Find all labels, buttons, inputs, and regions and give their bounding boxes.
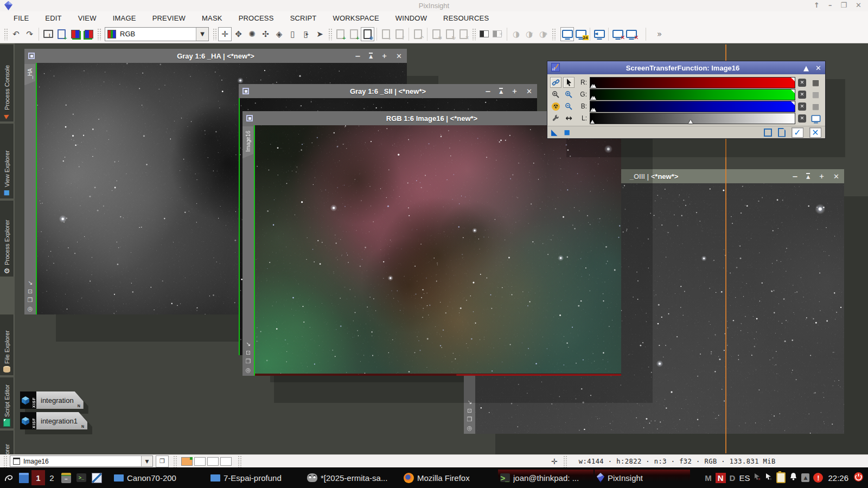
editor-launcher-icon[interactable] (90, 471, 103, 485)
apply-stf-button[interactable]: ◄ (592, 27, 606, 41)
eject-tray-icon[interactable]: ▲ (801, 473, 809, 482)
undo-button[interactable]: ↶ (9, 27, 23, 41)
shrink-window-button[interactable]: ✣ (259, 27, 272, 41)
reset-process-icon[interactable]: ↻ (443, 27, 457, 41)
shadows-highlights-mode-icon[interactable]: ↔ (563, 113, 575, 124)
green-pattern-icon[interactable]: ▦ (810, 89, 821, 100)
notification-bell-icon[interactable] (789, 472, 797, 483)
chevron-down-icon[interactable]: ▼ (141, 456, 152, 466)
zoom-icon[interactable]: ＋ (381, 51, 388, 61)
zoom-fit-icon[interactable]: ⊡ (28, 288, 33, 294)
window-icon[interactable] (242, 88, 249, 94)
menu-view[interactable]: VIEW (70, 14, 105, 22)
zoom-fit-icon[interactable]: ⊡ (246, 350, 251, 356)
show-desktop-icon[interactable] (17, 471, 30, 485)
menu-process[interactable]: PROCESS (231, 14, 282, 22)
load-process-icon[interactable]: ↓ (379, 27, 393, 41)
process-settings-icon[interactable]: ✱ (430, 27, 443, 41)
stf-stop-icon[interactable]: ■ (564, 129, 570, 136)
reset-red-button[interactable]: ✕ (798, 79, 806, 87)
edit-mode-button[interactable] (563, 77, 575, 88)
minimized-window-integration1[interactable]: XISF integration1 N (20, 412, 87, 429)
revert-process-icon[interactable]: ↶ (411, 27, 425, 41)
view-list-button[interactable]: ❐ (156, 455, 169, 467)
app-shade-icon[interactable]: ↑ (814, 1, 820, 9)
stf-compress-icon[interactable]: ✕ (809, 127, 821, 138)
workspace-thumb-1[interactable] (181, 457, 193, 466)
stf-close-icon[interactable]: ✕ (815, 64, 821, 72)
track-view-icon[interactable]: ◑ (509, 27, 523, 41)
file-manager-launcher-icon[interactable]: − (60, 471, 73, 485)
close-icon[interactable]: ✕ (526, 87, 532, 95)
power-icon[interactable] (853, 472, 864, 484)
blue-pattern-icon[interactable]: ▦ (810, 101, 821, 112)
window-sii-titlebar[interactable]: Gray 1:6 _SII | <*new*> − ▲ ＋ ✕ (239, 84, 537, 99)
taskbar-item-canon70-200[interactable]: Canon70-200 (112, 470, 207, 486)
red-pattern-icon[interactable]: ▦ (810, 77, 821, 88)
pointer-tray-icon[interactable] (754, 473, 761, 483)
menu-mask[interactable]: MASK (194, 14, 231, 22)
slider-handle[interactable] (590, 120, 595, 124)
workspace-thumb-4[interactable] (220, 457, 232, 466)
stf-shade-icon[interactable]: ▲ (803, 64, 809, 72)
check-view-icon[interactable]: ◑✓ (523, 27, 537, 41)
save-process-icon[interactable]: ↑ (393, 27, 406, 41)
workspace-button-1[interactable]: 1 (31, 470, 45, 485)
sidebar-tab-file-explorer[interactable]: File Explorer (0, 314, 14, 375)
channel-split-button[interactable] (68, 27, 82, 41)
app-titlebar[interactable]: PixInsight ↑ – ❐ ✕ (0, 0, 868, 12)
minimize-icon[interactable]: − (355, 52, 361, 60)
redo-button[interactable]: ↷ (23, 27, 36, 41)
edit-preview-button[interactable]: ▯➤ (299, 27, 313, 41)
app-minimize-icon[interactable]: – (828, 1, 832, 9)
stf-titlebar[interactable]: ScreenTransferFunction: Image16 ▲ ✕ (547, 61, 825, 74)
link-rgb-button[interactable] (550, 77, 561, 88)
toolbar-overflow-button[interactable]: » (653, 27, 666, 41)
pointer-tray-icon-2[interactable] (765, 473, 773, 483)
workspace-button-2[interactable]: 2 (45, 470, 59, 485)
taskbar-item-gimp[interactable]: *[2025-ermita-sa... (305, 470, 400, 486)
menu-script[interactable]: SCRIPT (282, 14, 325, 22)
disable-stf-button[interactable]: ✕ (611, 27, 624, 41)
app-restore-icon[interactable]: ❐ (840, 1, 847, 9)
edit-identifier-button[interactable]: I (41, 27, 55, 41)
window-ha-titlebar[interactable]: Gray 1:6 _HA | <*new*> − ▲ ＋ ✕ (24, 49, 407, 63)
stf-slider-luminance[interactable] (590, 113, 795, 124)
reset-luminance-button[interactable]: ✕ (798, 114, 806, 123)
active-view-combobox[interactable]: Image16 ▼ (10, 455, 153, 467)
target-icon[interactable]: ◎ (28, 306, 33, 312)
target-icon[interactable]: ◎ (467, 425, 473, 431)
close-icon[interactable]: ✕ (833, 172, 839, 181)
new-image-button[interactable]: + (55, 27, 68, 41)
pan-mode-button[interactable]: ✛ (218, 27, 232, 41)
zoom-to-fit-button[interactable]: ✥ (232, 27, 245, 41)
duplicate-view-icon[interactable]: ❐ (28, 297, 33, 303)
window-icon[interactable] (246, 115, 253, 121)
auto-stretch-button[interactable]: ☢ (550, 101, 561, 112)
select-mode-button[interactable]: ➤ (313, 27, 327, 41)
keyboard-layout[interactable]: ES (739, 473, 750, 483)
menu-workspace[interactable]: WORKSPACE (325, 14, 387, 22)
taskbar-item-terminal-joan[interactable]: >_ joan@thinkpad: ... (498, 470, 593, 486)
close-icon[interactable]: ✕ (396, 52, 402, 60)
fit-window-button[interactable]: ✺ (245, 27, 259, 41)
reset-stf-button[interactable]: ✕ (624, 27, 638, 41)
find-view-icon[interactable]: ◑⊕ (537, 27, 550, 41)
duplicate-view-icon[interactable]: ❐ (467, 416, 473, 422)
menu-preview[interactable]: PREVIEW (144, 14, 194, 22)
stf-track-icon[interactable]: ◣ (551, 127, 558, 137)
menu-edit[interactable]: EDIT (37, 14, 69, 22)
stf-slider-blue[interactable] (590, 101, 795, 112)
window-icon[interactable] (28, 53, 35, 59)
workspace-thumb-2[interactable] (194, 457, 206, 466)
window-ha-side-tab[interactable]: _HA (24, 64, 35, 85)
minimize-icon[interactable]: − (485, 87, 491, 95)
zoom-in-track-button[interactable] (550, 89, 561, 100)
slider-handle[interactable] (592, 84, 596, 88)
sidebar-tab-view-explorer[interactable]: View Explorer ■ (0, 124, 14, 198)
slider-handle[interactable] (592, 96, 596, 100)
zoom-fit-icon[interactable]: ⊡ (467, 408, 472, 414)
reset-green-button[interactable]: ✕ (798, 91, 806, 99)
minimized-window-integration[interactable]: XISF integration N (20, 391, 84, 409)
luminance-midtone-handle[interactable] (688, 120, 693, 124)
